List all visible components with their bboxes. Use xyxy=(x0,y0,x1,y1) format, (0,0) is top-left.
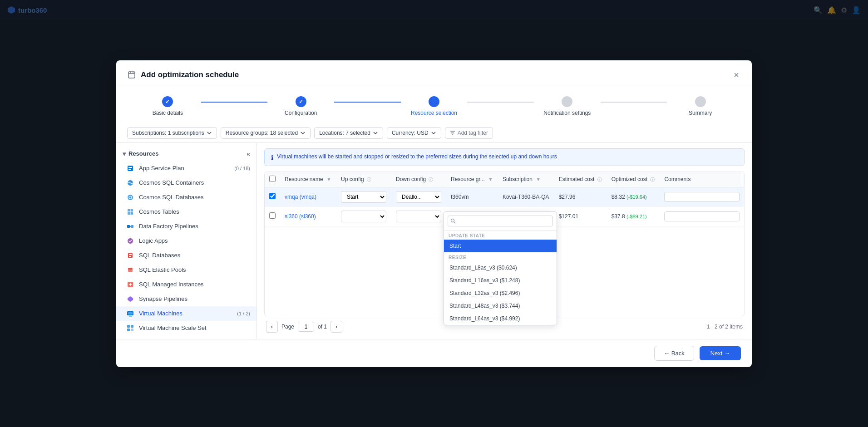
page-number-input[interactable] xyxy=(298,322,314,332)
row-vmqa-checkbox[interactable] xyxy=(269,193,276,199)
dropdown-item-standard-l8as-v3[interactable]: Standard_L8as_v3 ($0.624) xyxy=(444,261,557,274)
sql-elastic-pools-icon xyxy=(126,266,134,274)
svg-point-28 xyxy=(451,219,454,222)
row-vmqa-comments xyxy=(660,187,744,206)
svg-rect-22 xyxy=(129,316,132,317)
cosmos-sql-containers-icon xyxy=(126,179,134,187)
dropdown-search-area xyxy=(444,212,557,231)
sl360-down-config-select[interactable] xyxy=(396,211,441,222)
vmqa-up-config-select[interactable]: Start xyxy=(341,191,386,203)
sidebar-item-sql-managed-instances[interactable]: SQL Managed Instances xyxy=(116,277,256,292)
svg-rect-12 xyxy=(131,225,133,228)
sidebar-item-synapse-pipelines[interactable]: Synapse Pipelines xyxy=(116,292,256,306)
step-label-resource-selection: Resource selection xyxy=(411,110,457,116)
dropdown-item-standard-l32as-v3[interactable]: Standard_L32as_v3 ($2.496) xyxy=(444,287,557,299)
row-sl360-checkbox-cell xyxy=(265,206,280,226)
dropdown-item-start[interactable]: Start xyxy=(444,240,557,252)
col-header-subscription: Subscription ▼ xyxy=(498,172,554,187)
vmqa-link[interactable]: vmqa (vmqa) xyxy=(285,194,316,200)
col-header-resource-name: Resource name ▼ xyxy=(280,172,336,187)
sidebar-item-sql-databases[interactable]: SQL Databases xyxy=(116,248,256,263)
svg-rect-4 xyxy=(128,169,131,170)
svg-rect-2 xyxy=(128,166,133,171)
pagination-info: 1 - 2 of 2 items xyxy=(707,324,743,330)
sidebar-item-cosmos-sql-databases[interactable]: Cosmos SQL Databases xyxy=(116,190,256,205)
svg-marker-20 xyxy=(128,296,133,302)
up-config-info-icon[interactable]: ⓘ xyxy=(367,177,371,183)
synapse-pipelines-icon xyxy=(126,295,134,303)
next-page-button[interactable]: › xyxy=(330,321,342,333)
row-vmqa-checkbox-cell xyxy=(265,187,280,206)
step-circle-configuration: ✓ xyxy=(296,96,306,107)
svg-rect-11 xyxy=(127,225,130,228)
close-button[interactable]: × xyxy=(732,69,741,81)
subscriptions-filter[interactable]: Subscriptions: 1 subscriptions xyxy=(127,127,217,139)
step-label-configuration: Configuration xyxy=(285,110,317,116)
step-summary: Summary xyxy=(667,96,734,116)
dropdown-scroll: UPDATE STATE Start RESIZE Standard_L8as_… xyxy=(444,231,557,325)
optimized-cost-info-icon[interactable]: ⓘ xyxy=(650,177,655,183)
table-row: vmqa (vmqa) Start xyxy=(265,187,744,206)
dropdown-item-standard-l48as-v3[interactable]: Standard_L48as_v3 ($3.744) xyxy=(444,299,557,312)
stepper: ✓ Basic details ✓ Configuration Resource… xyxy=(116,87,752,123)
down-config-info-icon[interactable]: ⓘ xyxy=(429,177,433,183)
sidebar: ▾ Resources « App Service Plan (0 / 18) xyxy=(116,143,257,339)
dropdown-item-standard-l16as-v3[interactable]: Standard_L16as_v3 ($1.248) xyxy=(444,274,557,287)
estimated-cost-info-icon[interactable]: ⓘ xyxy=(597,177,602,183)
col-header-up-config: Up config ⓘ xyxy=(336,172,391,187)
sl360-comments-input[interactable] xyxy=(664,211,740,221)
step-notification-settings: Notification settings xyxy=(534,96,601,116)
vmqa-down-config-select[interactable]: Deallo... xyxy=(396,191,441,203)
svg-rect-3 xyxy=(128,167,132,168)
sidebar-item-sql-elastic-pools[interactable]: SQL Elastic Pools xyxy=(116,263,256,277)
dropdown-item-standard-l64as-v3-label: Standard_L64as_v3 ($4.992) xyxy=(449,315,520,322)
step-label-summary: Summary xyxy=(689,110,712,116)
connector-4 xyxy=(601,102,667,103)
vmqa-comments-input[interactable] xyxy=(664,192,740,202)
sidebar-item-virtual-machines[interactable]: Virtual Machines (1 / 2) xyxy=(116,306,256,321)
modal-header: Add optimization schedule × xyxy=(116,60,752,87)
sidebar-item-cosmos-tables[interactable]: Cosmos Tables xyxy=(116,205,256,219)
step-circle-basic-details: ✓ xyxy=(162,96,173,107)
collapse-icon[interactable]: ▾ xyxy=(123,150,126,157)
prev-page-button[interactable]: ‹ xyxy=(266,321,278,333)
vmqa-savings: (-$19.64) xyxy=(626,194,647,200)
row-sl360-up-config xyxy=(336,206,391,226)
sl360-up-config-select[interactable] xyxy=(341,211,386,222)
sidebar-item-data-factory-pipelines[interactable]: Data Factory Pipelines xyxy=(116,219,256,234)
sidebar-item-app-service-plan[interactable]: App Service Plan (0 / 18) xyxy=(116,161,256,176)
currency-filter[interactable]: Currency: USD xyxy=(387,127,441,139)
back-button[interactable]: ← Back xyxy=(654,346,694,361)
col-header-optimized-cost: Optimized cost ⓘ xyxy=(607,172,660,187)
info-banner: ℹ Virtual machines will be started and s… xyxy=(264,148,745,166)
connector-1 xyxy=(201,102,268,103)
resource-name-filter-icon[interactable]: ▼ xyxy=(326,177,331,182)
row-sl360-down-config xyxy=(391,206,446,226)
modal: Add optimization schedule × ✓ Basic deta… xyxy=(116,60,752,367)
subscription-filter-icon[interactable]: ▼ xyxy=(536,177,541,182)
page-label: Page xyxy=(281,324,294,330)
sql-managed-instances-icon xyxy=(126,280,134,289)
row-sl360-checkbox[interactable] xyxy=(269,212,276,219)
dropdown-search-input[interactable] xyxy=(448,216,553,226)
sl360-link[interactable]: sl360 (sl360) xyxy=(285,213,316,220)
sidebar-item-logic-apps[interactable]: Logic Apps xyxy=(116,234,256,248)
connector-3 xyxy=(467,102,534,103)
locations-filter[interactable]: Locations: 7 selected xyxy=(314,127,383,139)
svg-rect-23 xyxy=(128,312,133,314)
data-factory-pipelines-icon xyxy=(126,222,134,231)
double-arrow-icon[interactable]: « xyxy=(247,150,250,157)
resource-groups-filter[interactable]: Resource groups: 18 selected xyxy=(221,127,311,139)
select-all-checkbox[interactable] xyxy=(269,176,276,182)
dropdown-item-standard-l64as-v3[interactable]: Standard_L64as_v3 ($4.992) xyxy=(444,312,557,325)
page-of-label: of 1 xyxy=(318,324,327,330)
svg-rect-1 xyxy=(128,72,135,78)
sidebar-item-virtual-machine-scale-set[interactable]: Virtual Machine Scale Set xyxy=(116,321,256,335)
filter-icon xyxy=(450,130,455,136)
step-circle-summary xyxy=(695,96,706,107)
next-button[interactable]: Next → xyxy=(700,346,741,360)
step-label-basic-details: Basic details xyxy=(153,110,183,116)
add-tag-filter-button[interactable]: Add tag filter xyxy=(445,127,493,139)
resource-group-filter-icon[interactable]: ▼ xyxy=(488,177,493,182)
sidebar-item-cosmos-sql-containers[interactable]: Cosmos SQL Containers xyxy=(116,176,256,190)
